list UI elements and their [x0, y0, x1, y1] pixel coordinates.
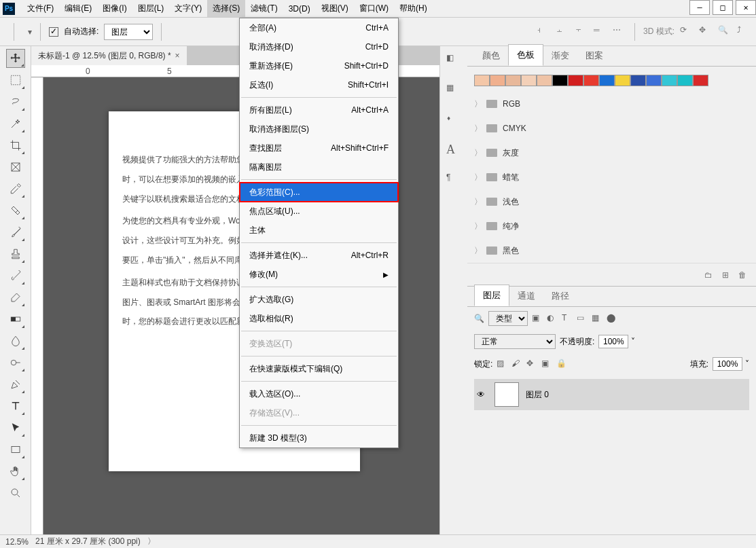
menu-item[interactable]: 查找图层Alt+Shift+Ctrl+F [240, 139, 398, 158]
magic-wand-tool[interactable] [6, 114, 25, 133]
zoom-tool[interactable] [6, 483, 25, 503]
document-tab[interactable]: 未标题-1 @ 12.5% (图层 0, RGB/8) * × [31, 46, 187, 65]
tab-patterns[interactable]: 图案 [577, 45, 611, 66]
menu-help[interactable]: 帮助(H) [394, 0, 433, 17]
menu-item[interactable]: 重新选择(E)Shift+Ctrl+D [240, 56, 398, 75]
menu-item[interactable]: 焦点区域(U)... [240, 202, 398, 221]
tab-paths[interactable]: 路径 [543, 286, 577, 306]
swatch[interactable] [474, 75, 490, 86]
lock-transparent-icon[interactable]: ▨ [497, 359, 507, 369]
3d-pan-icon[interactable]: ✥ [699, 25, 713, 39]
tab-color[interactable]: 颜色 [474, 45, 508, 66]
swatch[interactable] [630, 75, 646, 86]
3d-orbit-icon[interactable]: ⟳ [680, 25, 694, 39]
lock-artboard-icon[interactable]: ▣ [541, 359, 552, 369]
adjustments-panel-icon[interactable]: ⬧ [446, 113, 461, 128]
menu-item[interactable]: 全部(A)Ctrl+A [240, 18, 398, 37]
align-right-icon[interactable]: ⫟ [575, 25, 588, 39]
menu-item[interactable]: 反选(I)Shift+Ctrl+I [240, 75, 398, 94]
ruler-vertical[interactable] [31, 77, 43, 534]
dodge-tool[interactable] [6, 353, 25, 372]
filter-type-icon[interactable]: T [562, 313, 573, 324]
swatch[interactable] [662, 75, 677, 86]
filter-kind[interactable]: 类型 [488, 311, 528, 326]
swatch-group[interactable]: 〉CMYK [474, 116, 749, 141]
maximize-button[interactable]: □ [713, 0, 733, 15]
tab-layers[interactable]: 图层 [474, 285, 509, 306]
menu-item[interactable]: 取消选择(D)Ctrl+D [240, 37, 398, 56]
frame-tool[interactable] [6, 158, 25, 177]
menu-item[interactable]: 色彩范围(C)... [240, 183, 398, 202]
swatch[interactable] [599, 75, 615, 86]
rectangle-tool[interactable] [6, 440, 25, 459]
brush-tool[interactable] [6, 223, 25, 242]
menu-filter[interactable]: 滤镜(T) [245, 0, 283, 17]
tab-close-icon[interactable]: × [175, 51, 180, 60]
tab-swatches[interactable]: 色板 [508, 44, 543, 66]
menu-item[interactable]: 隔离图层 [240, 158, 398, 177]
lock-all-icon[interactable]: 🔒 [556, 359, 567, 369]
swatch-group[interactable]: 〉蜡笔 [474, 165, 749, 189]
swatch[interactable] [646, 75, 662, 86]
blend-mode[interactable]: 正常 [474, 334, 556, 349]
swatch[interactable] [693, 75, 708, 86]
tab-channels[interactable]: 通道 [509, 286, 543, 306]
swatch[interactable] [521, 75, 537, 86]
distribute-icon[interactable]: ═ [594, 25, 607, 39]
layer-item[interactable]: 👁 图层 0 [474, 379, 749, 410]
history-brush-tool[interactable] [6, 266, 25, 285]
swatch[interactable] [490, 75, 505, 86]
character-panel-icon[interactable]: A [446, 143, 461, 158]
swatch-group[interactable]: 〉黑色 [474, 238, 749, 263]
align-left-icon[interactable]: ⫞ [537, 25, 550, 39]
filter-toggle-icon[interactable]: ⬤ [607, 313, 617, 324]
move-tool[interactable] [6, 49, 25, 68]
opacity-chevron-icon[interactable]: ˅ [631, 337, 635, 346]
swatch-group[interactable]: 〉纯净 [474, 214, 749, 238]
menu-text[interactable]: 文字(Y) [169, 0, 207, 17]
close-button[interactable]: ✕ [736, 0, 756, 15]
menu-item[interactable]: 所有图层(L)Alt+Ctrl+A [240, 101, 398, 120]
swatch-group[interactable]: 〉浅色 [474, 189, 749, 214]
menu-item[interactable]: 主体 [240, 221, 398, 240]
paragraph-panel-icon[interactable]: ¶ [446, 172, 461, 187]
layer-thumbnail[interactable] [494, 382, 519, 407]
menu-3d[interactable]: 3D(D) [283, 1, 316, 16]
trash-icon[interactable]: 🗑 [738, 270, 746, 280]
menu-item[interactable]: 修改(M)▶ [240, 265, 398, 284]
healing-tool[interactable] [6, 201, 25, 220]
menu-layer[interactable]: 图层(L) [132, 0, 170, 17]
menu-item[interactable]: 载入选区(O)... [240, 384, 398, 403]
blur-tool[interactable] [6, 331, 25, 350]
swatch[interactable] [505, 75, 521, 86]
path-select-tool[interactable] [6, 418, 25, 437]
new-folder-icon[interactable]: 🗀 [704, 270, 713, 280]
marquee-tool[interactable] [6, 71, 25, 90]
filter-shape-icon[interactable]: ▭ [577, 313, 588, 324]
autoselect-checkbox[interactable] [49, 27, 58, 37]
3d-zoom-icon[interactable]: 🔍 [718, 25, 732, 39]
type-tool[interactable] [6, 397, 25, 416]
status-chevron-icon[interactable]: 〉 [147, 536, 156, 547]
swatch-group[interactable]: 〉RGB [474, 92, 749, 116]
menu-edit[interactable]: 编辑(E) [59, 0, 97, 17]
menu-view[interactable]: 视图(V) [316, 0, 354, 17]
lock-position-icon[interactable]: ✥ [526, 359, 537, 369]
swatch[interactable] [583, 75, 599, 86]
gradient-tool[interactable] [6, 310, 25, 329]
eraser-tool[interactable] [6, 288, 25, 307]
menu-item[interactable]: 新建 3D 模型(3) [240, 428, 398, 447]
pen-tool[interactable] [6, 375, 25, 394]
swatch[interactable] [615, 75, 630, 86]
hand-tool[interactable] [6, 462, 25, 481]
search-icon[interactable]: 🔍 [474, 314, 484, 323]
swatch[interactable] [537, 75, 552, 86]
menu-item[interactable]: 在快速蒙版模式下编辑(Q) [240, 359, 398, 378]
share-icon[interactable]: ⤴ [737, 25, 751, 39]
eyedropper-tool[interactable] [6, 179, 25, 198]
menu-window[interactable]: 窗口(W) [354, 0, 394, 17]
more-icon[interactable]: ⋯ [613, 25, 626, 39]
align-center-icon[interactable]: ⫠ [556, 25, 569, 39]
opacity-value[interactable] [598, 335, 628, 348]
stamp-tool[interactable] [6, 244, 25, 263]
